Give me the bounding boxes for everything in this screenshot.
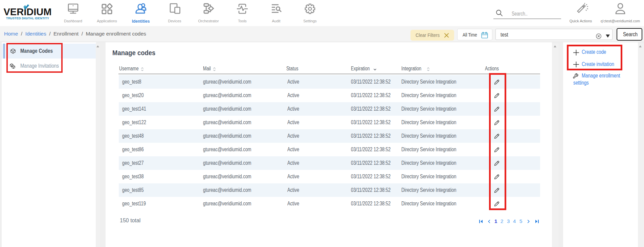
svg-text:VERIDIUM: VERIDIUM bbox=[4, 6, 52, 17]
svg-text:TRUSTED DIGITAL IDENTITY: TRUSTED DIGITAL IDENTITY bbox=[6, 17, 49, 20]
